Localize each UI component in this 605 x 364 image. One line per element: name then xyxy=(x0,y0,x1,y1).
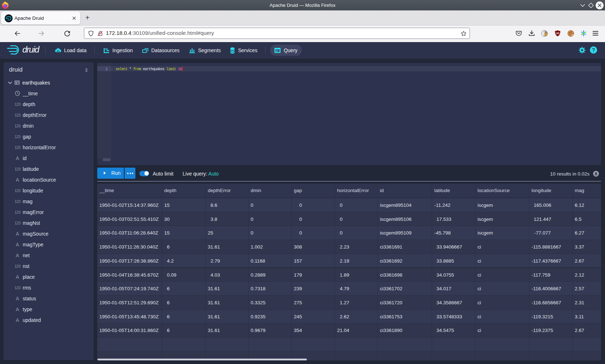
svg-text:UO: UO xyxy=(556,32,560,35)
